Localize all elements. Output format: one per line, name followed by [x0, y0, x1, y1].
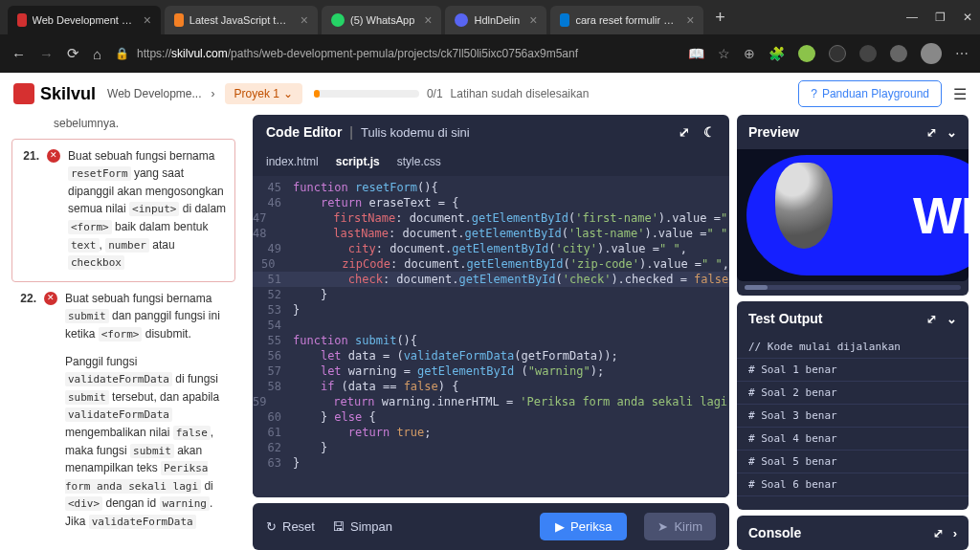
test-output[interactable]: // Kode mulai dijalankan# Soal 1 benar# …: [737, 336, 969, 496]
close-icon[interactable]: ×: [686, 12, 694, 28]
chevron-down-icon[interactable]: ⌄: [947, 125, 957, 140]
code-line[interactable]: 49 city: document.getElementById('city')…: [253, 241, 729, 256]
chevron-right-icon: ›: [212, 87, 215, 100]
extension-icon[interactable]: [798, 45, 815, 62]
test-output-panel: Test Output⤢⌄ // Kode mulai dijalankan# …: [737, 301, 969, 510]
submit-button[interactable]: ➤Kirim: [644, 513, 716, 540]
code-line[interactable]: 59 return warning.innerHTML = 'Periksa f…: [253, 394, 729, 409]
code-textarea[interactable]: 45function resetForm(){46 return eraseTe…: [253, 176, 729, 497]
code-line[interactable]: 58 if (data == false) {: [253, 379, 729, 394]
test-line: # Soal 4 benar: [737, 428, 969, 451]
close-icon[interactable]: ×: [529, 12, 537, 28]
browser-tab[interactable]: Latest JavaScript topics - For...×: [165, 6, 318, 34]
file-tab-active[interactable]: script.js: [336, 155, 380, 168]
browser-tab[interactable]: HdlnDelin×: [445, 6, 546, 34]
test-line: # Soal 6 benar: [737, 473, 969, 496]
code-line[interactable]: 52 }: [253, 287, 729, 302]
code-line[interactable]: 48 lastName: document.getElementById('la…: [253, 226, 729, 241]
browser-tab[interactable]: cara reset formulir di javascr...×: [550, 6, 703, 34]
reader-icon[interactable]: 📖: [688, 46, 704, 61]
reset-icon: ↻: [266, 519, 277, 534]
error-icon: ✕: [47, 149, 60, 163]
profile-avatar[interactable]: [921, 43, 942, 64]
instruction-text: sebelumnya.: [11, 115, 235, 139]
code-line[interactable]: 57 let warning = getElementById ("warnin…: [253, 363, 729, 379]
theme-icon[interactable]: ☾: [703, 124, 716, 140]
panel-title: Console: [748, 525, 801, 540]
scrollbar[interactable]: [745, 285, 961, 290]
code-editor: Code Editor | Tulis kodemu di sini ⤢ ☾ i…: [253, 115, 729, 497]
reset-button[interactable]: ↻Reset: [266, 519, 315, 534]
test-line: # Soal 1 benar: [737, 359, 969, 382]
code-line[interactable]: 47 firstName: document.getElementById('f…: [253, 210, 729, 226]
hamburger-icon[interactable]: ☰: [953, 85, 967, 103]
address-bar[interactable]: 🔒 https://skilvul.com/paths/web-developm…: [115, 47, 675, 60]
test-line: # Soal 5 benar: [737, 451, 969, 473]
site-icon: [455, 13, 468, 27]
site-icon: [331, 13, 345, 27]
expand-icon[interactable]: ⤢: [933, 526, 944, 540]
back-icon[interactable]: ←: [11, 46, 26, 62]
extension-icon[interactable]: [890, 45, 907, 62]
preview-image: [775, 163, 833, 249]
breadcrumb-project[interactable]: Proyek 1⌄: [225, 83, 302, 104]
extension-icon[interactable]: [859, 45, 877, 62]
extension-icon[interactable]: [829, 45, 846, 62]
panduan-button[interactable]: ?Panduan Playground: [798, 80, 942, 107]
code-line[interactable]: 55function submit(){: [253, 333, 729, 348]
close-icon[interactable]: ×: [301, 12, 308, 28]
check-button[interactable]: ▶Periksa: [540, 513, 627, 540]
panel-title: Test Output: [748, 311, 823, 326]
code-line[interactable]: 56 let data = (validateFormData(getFormD…: [253, 348, 729, 363]
expand-icon[interactable]: ⤢: [926, 125, 937, 140]
preview-iframe[interactable]: WR: [737, 149, 969, 281]
browser-toolbar: ← → ⟳ ⌂ 🔒 https://skilvul.com/paths/web-…: [0, 34, 980, 73]
send-icon: ➤: [657, 519, 668, 534]
code-line[interactable]: 60 } else {: [253, 409, 729, 425]
browser-tab-strip: Web Development Pemula - [...]× Latest J…: [0, 0, 980, 34]
logo[interactable]: Skilvul: [13, 83, 96, 104]
breadcrumb-path[interactable]: Web Developme...: [107, 87, 202, 100]
code-line[interactable]: 63}: [253, 455, 729, 471]
code-line[interactable]: 62 }: [253, 440, 729, 455]
browser-tab-active[interactable]: Web Development Pemula - [...]×: [8, 6, 161, 34]
site-icon: [174, 13, 184, 27]
progress-bar: [314, 90, 419, 98]
code-line[interactable]: 61 return true;: [253, 425, 729, 440]
expand-icon[interactable]: ⤢: [679, 124, 690, 140]
code-line[interactable]: 51 check: document.getElementById('check…: [253, 272, 729, 287]
save-button[interactable]: 🖫Simpan: [332, 519, 392, 534]
close-icon[interactable]: ×: [144, 12, 151, 28]
console-panel: Console⤢›: [737, 516, 969, 550]
minimize-icon[interactable]: —: [906, 11, 918, 24]
forward-icon[interactable]: →: [39, 46, 54, 62]
collections-icon[interactable]: ⊕: [744, 46, 755, 61]
instructions-panel[interactable]: sebelumnya. 21. ✕ Buat sebuah fungsi ber…: [0, 115, 247, 550]
new-tab-button[interactable]: +: [707, 8, 733, 28]
code-line[interactable]: 54: [253, 318, 729, 333]
favorite-icon[interactable]: ☆: [718, 46, 730, 61]
code-line[interactable]: 53}: [253, 302, 729, 318]
file-tab[interactable]: style.css: [397, 155, 441, 168]
code-line[interactable]: 46 return eraseText = {: [253, 195, 729, 210]
error-icon: ✕: [44, 292, 57, 305]
extensions-icon[interactable]: 🧩: [768, 46, 785, 61]
action-bar: ↻Reset 🖫Simpan ▶Periksa ➤Kirim: [253, 503, 729, 550]
code-line[interactable]: 50 zipCode: document.getElementById('zip…: [253, 256, 729, 272]
expand-icon[interactable]: ⤢: [926, 312, 937, 326]
home-icon[interactable]: ⌂: [93, 46, 101, 62]
chevron-down-icon[interactable]: ⌄: [947, 312, 957, 326]
browser-tab[interactable]: (5) WhatsApp×: [322, 6, 441, 34]
instruction-21: 21. ✕ Buat sebuah fungsi bernama resetFo…: [11, 139, 235, 282]
site-icon: [560, 13, 569, 27]
close-icon[interactable]: ×: [424, 12, 432, 28]
maximize-icon[interactable]: ❐: [935, 11, 946, 24]
test-line: # Soal 2 benar: [737, 382, 969, 405]
chevron-right-icon[interactable]: ›: [953, 526, 957, 540]
code-line[interactable]: 45function resetForm(){: [253, 180, 729, 195]
menu-icon[interactable]: ⋯: [955, 46, 969, 61]
help-icon: ?: [811, 87, 817, 100]
refresh-icon[interactable]: ⟳: [67, 45, 79, 62]
file-tab[interactable]: index.html: [266, 155, 319, 168]
close-window-icon[interactable]: ✕: [963, 11, 972, 24]
